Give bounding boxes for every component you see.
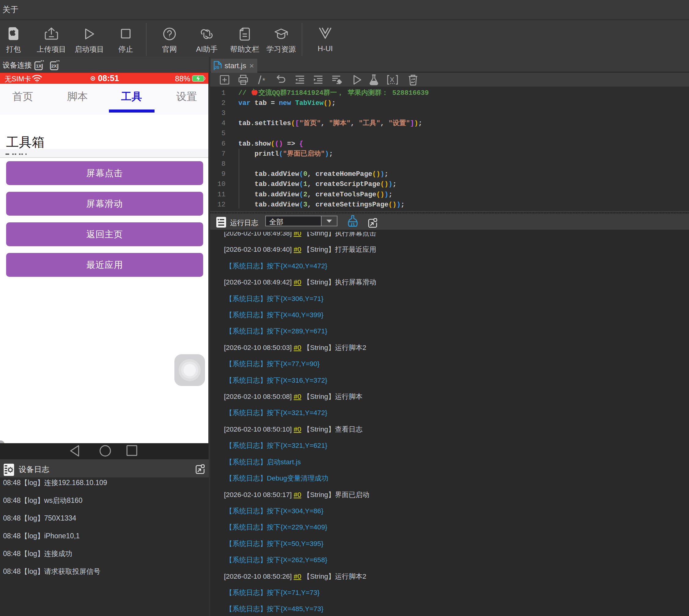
- svg-text:X: X: [390, 76, 394, 84]
- svg-text:*: *: [262, 78, 266, 85]
- svg-text:1X: 1X: [36, 63, 42, 68]
- svg-text:JS: JS: [214, 65, 219, 70]
- svg-text:2X: 2X: [51, 63, 57, 68]
